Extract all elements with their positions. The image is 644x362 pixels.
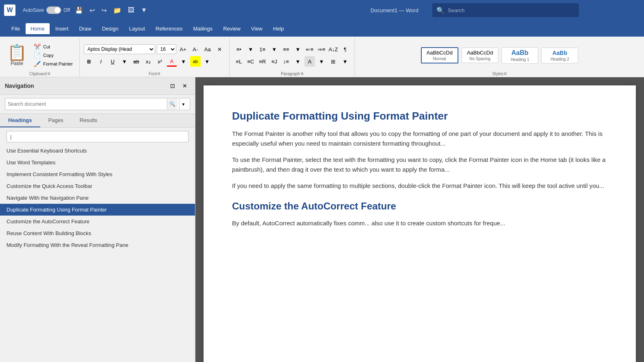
nav-search-button[interactable]: 🔍 (167, 99, 177, 109)
font-controls: Aptos Display (Head 16 A+ A- Aa ✕ B I U … (84, 44, 225, 67)
nav-item-word-templates[interactable]: Use Word Templates (0, 157, 195, 168)
menu-design[interactable]: Design (97, 23, 123, 34)
menu-view[interactable]: View (246, 23, 267, 34)
line-spacing-btn[interactable]: ↕≡ (281, 56, 291, 67)
font-group-label[interactable]: Font ⧉ (84, 71, 225, 76)
style-normal-card[interactable]: AaBbCcDd Normal (421, 47, 458, 63)
bullets-dropdown[interactable]: ▼ (245, 44, 256, 55)
nav-item-reveal-formatting[interactable]: Modify Formatting With the Reveal Format… (0, 239, 195, 251)
nav-search-dropdown[interactable]: ▼ (179, 99, 187, 109)
nav-item-keyboard-shortcuts[interactable]: Use Essential Keyboard Shortcuts (0, 145, 195, 157)
justify-btn[interactable]: ≡J (269, 56, 280, 67)
clipboard-group-label[interactable]: Clipboard ⧉ (4, 71, 75, 76)
underline-button[interactable]: U (107, 56, 118, 67)
paragraph-group-label[interactable]: Paragraph ⧉ (234, 71, 350, 76)
undo-icon[interactable]: ↩ (88, 5, 96, 16)
autosave-area: AutoSave Off (23, 7, 70, 14)
nav-item-autocorrect[interactable]: Customize the AutoCorrect Feature (0, 216, 195, 227)
style-h1-card[interactable]: AaBb Heading 1 (502, 47, 538, 64)
multilevel-dropdown[interactable]: ▼ (293, 44, 303, 55)
redo-icon[interactable]: ↪ (100, 5, 108, 16)
increase-indent-btn[interactable]: ⇒≡ (316, 44, 327, 55)
more-tools-icon[interactable]: 📁 (112, 5, 123, 16)
nav-search-input[interactable] (8, 101, 165, 107)
borders-btn[interactable]: ⊞ (328, 56, 339, 67)
italic-button[interactable]: I (96, 56, 106, 67)
save-icon[interactable]: 💾 (73, 5, 85, 16)
nav-item-navigation-pane[interactable]: Navigate With the Navigation Pane (0, 192, 195, 204)
numbering-dropdown[interactable]: ▼ (269, 44, 280, 55)
copy-button[interactable]: 📄 Copy (31, 51, 75, 59)
style-h2-card[interactable]: AaBb Heading 2 (541, 48, 578, 63)
shading-btn[interactable]: A (304, 56, 315, 67)
autosave-toggle[interactable] (46, 7, 61, 14)
menu-insert[interactable]: Insert (50, 23, 74, 34)
font-color-dropdown[interactable]: ▼ (178, 56, 189, 67)
doc-paragraph-2: To use the Format Painter, select the te… (232, 155, 607, 174)
increase-font-btn[interactable]: A+ (178, 44, 188, 55)
multilevel-btn[interactable]: ≡≡ (281, 44, 291, 55)
numbering-btn[interactable]: 1≡ (257, 44, 268, 55)
menu-draw[interactable]: Draw (74, 23, 96, 34)
line-spacing-dropdown[interactable]: ▼ (293, 56, 303, 67)
font-color-btn[interactable]: A (166, 56, 177, 67)
font-size-select[interactable]: 16 (157, 44, 176, 54)
decrease-indent-btn[interactable]: ⇐≡ (304, 44, 315, 55)
align-left-btn[interactable]: ≡L (234, 56, 244, 67)
clear-formatting-btn[interactable]: ✕ (215, 44, 225, 55)
style-nospace-card[interactable]: AaBbCcDd No Spacing (462, 48, 498, 63)
menu-help[interactable]: Help (268, 23, 289, 34)
styles-group-label[interactable]: Styles ⧉ (359, 71, 640, 76)
customize-icon[interactable]: ▼ (139, 5, 149, 15)
menu-layout[interactable]: Layout (124, 23, 150, 34)
sort-btn[interactable]: A↓Z (328, 44, 339, 55)
nav-expand-btn[interactable]: ⊡ (167, 81, 178, 91)
cut-button[interactable]: ✂️ Cut (31, 43, 75, 51)
paste-button[interactable]: 📋 Paste (4, 44, 30, 67)
nav-tab-headings[interactable]: Headings (0, 114, 40, 127)
search-icon: 🔍 (436, 7, 445, 14)
nav-close-btn[interactable]: ✕ (180, 81, 190, 91)
align-center-btn[interactable]: ≡C (245, 56, 256, 67)
ribbon: 📋 Paste ✂️ Cut 📄 Copy 🖌️ Format Painter (0, 37, 644, 77)
font-name-select[interactable]: Aptos Display (Head (84, 44, 155, 54)
nav-item-building-blocks[interactable]: Reuse Content With Building Blocks (0, 227, 195, 239)
title-bar-left: W AutoSave Off 💾 ↩ ↪ 📁 🖼 ▼ (4, 4, 149, 16)
nav-item-quick-access[interactable]: Customize the Quick Access Toolbar (0, 180, 195, 192)
font-row1: Aptos Display (Head 16 A+ A- Aa ✕ (84, 44, 225, 55)
navigation-pane: Navigation ⊡ ✕ 🔍 ▼ Headings Pages Result… (0, 77, 195, 362)
menu-home[interactable]: Home (26, 23, 50, 34)
superscript-button[interactable]: x² (155, 56, 165, 67)
highlight-btn[interactable]: ab (190, 56, 201, 67)
img-icon[interactable]: 🖼 (126, 5, 136, 15)
search-input[interactable] (448, 7, 575, 13)
highlight-dropdown[interactable]: ▼ (202, 56, 212, 67)
nav-item-format-painter[interactable]: Duplicate Formatting Using Format Painte… (0, 204, 195, 216)
strikethrough-button[interactable]: ab (131, 56, 142, 67)
menu-file[interactable]: File (7, 23, 25, 34)
style-nospace-preview: AaBbCcDd (467, 50, 493, 56)
paragraph-group: ≡• ▼ 1≡ ▼ ≡≡ ▼ ⇐≡ ⇒≡ A↓Z ¶ ≡L ≡C ≡R ≡J ↕… (230, 38, 355, 77)
nav-current-item-input[interactable]: | (7, 131, 188, 142)
borders-dropdown[interactable]: ▼ (340, 56, 350, 67)
shading-dropdown[interactable]: ▼ (316, 56, 327, 67)
underline-dropdown[interactable]: ▼ (119, 56, 130, 67)
subscript-button[interactable]: x₂ (143, 56, 153, 67)
format-painter-button[interactable]: 🖌️ Format Painter (31, 60, 75, 68)
menu-mailings[interactable]: Mailings (188, 23, 218, 34)
show-hide-btn[interactable]: ¶ (340, 44, 350, 55)
nav-tab-results[interactable]: Results (71, 114, 105, 127)
doc-paragraph-4: By default, AutoCorrect automatically fi… (232, 218, 607, 228)
bold-button[interactable]: B (84, 56, 94, 67)
change-case-btn[interactable]: Aa (202, 44, 213, 55)
nav-tab-pages[interactable]: Pages (40, 114, 72, 127)
menu-review[interactable]: Review (218, 23, 245, 34)
style-h2-label: Heading 2 (547, 57, 573, 61)
decrease-font-btn[interactable]: A- (190, 44, 201, 55)
menu-references[interactable]: References (151, 23, 187, 34)
bullets-btn[interactable]: ≡• (234, 44, 244, 55)
nav-item-consistent-formatting[interactable]: Implement Consistent Formatting With Sty… (0, 168, 195, 180)
doc-paragraph-3: If you need to apply the same formatting… (232, 181, 607, 191)
paste-icon: 📋 (7, 45, 26, 60)
align-right-btn[interactable]: ≡R (257, 56, 268, 67)
